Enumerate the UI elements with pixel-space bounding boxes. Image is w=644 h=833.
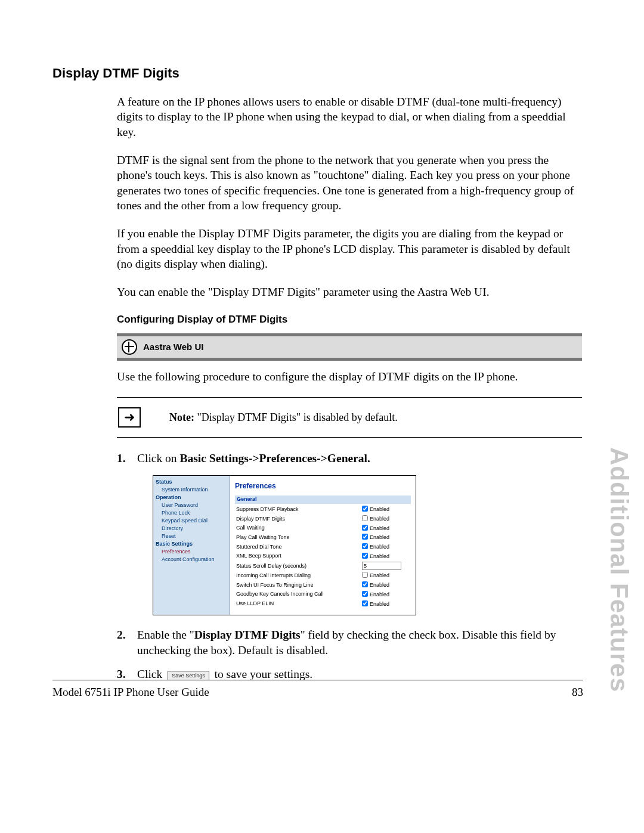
- pref-label: Use LLDP ELIN: [235, 599, 361, 609]
- webui-sidebar: Status System Information Operation User…: [153, 476, 230, 615]
- webui-main: Preferences General Suppress DTMF Playba…: [230, 476, 416, 615]
- pref-row: Display DTMF DigitsEnabled: [235, 515, 411, 524]
- pref-label: Stuttered Dial Tone: [235, 543, 361, 552]
- pref-checkbox[interactable]: [362, 591, 368, 597]
- arrow-right-icon: ➜: [118, 407, 141, 428]
- footer-rule: [52, 680, 583, 680]
- enabled-label: Enabled: [370, 506, 389, 512]
- sidebar-heading-basic-settings: Basic Settings: [156, 540, 227, 548]
- enabled-label: Enabled: [370, 534, 389, 540]
- pref-text-input[interactable]: [362, 562, 401, 570]
- pref-checkbox[interactable]: [362, 600, 368, 606]
- steps-list-cont: 2. Enable the "Display DTMF Digits" fiel…: [117, 627, 582, 683]
- pref-label: Display DTMF Digits: [235, 515, 361, 524]
- webui-section-general: General: [235, 496, 411, 504]
- sidebar-item-system-information[interactable]: System Information: [156, 486, 227, 494]
- pref-label: Switch UI Focus To Ringing Line: [235, 581, 361, 590]
- pref-label: Incoming Call Interrupts Dialing: [235, 571, 361, 581]
- pref-row: Goodbye Key Cancels Incoming CallEnabled: [235, 590, 411, 599]
- paragraph: You can enable the "Display DTMF Digits"…: [117, 284, 582, 299]
- sidebar-item-directory[interactable]: Directory: [156, 525, 227, 532]
- pref-row: XML Beep SupportEnabled: [235, 552, 411, 561]
- pref-row: Use LLDP ELINEnabled: [235, 599, 411, 609]
- pref-row: Switch UI Focus To Ringing LineEnabled: [235, 581, 411, 590]
- note-text: Note: "Display DTMF Digits" is disabled …: [169, 411, 398, 425]
- footer-page-number: 83: [572, 686, 583, 699]
- sidebar-item-keypad-speed-dial[interactable]: Keypad Speed Dial: [156, 517, 227, 525]
- pref-label: Suppress DTMF Playback: [235, 505, 361, 515]
- sidebar-item-phone-lock[interactable]: Phone Lock: [156, 509, 227, 517]
- pref-label: Goodbye Key Cancels Incoming Call: [235, 590, 361, 599]
- sidebar-heading-operation: Operation: [156, 494, 227, 501]
- enabled-label: Enabled: [370, 582, 389, 588]
- pref-label: Play Call Waiting Tone: [235, 533, 361, 543]
- pref-checkbox[interactable]: [362, 534, 368, 540]
- step-1: 1. Click on Basic Settings->Preferences-…: [117, 451, 582, 466]
- steps-list: 1. Click on Basic Settings->Preferences-…: [117, 451, 582, 466]
- pref-label: XML Beep Support: [235, 552, 361, 561]
- instruction-text: Use the following procedure to configure…: [117, 369, 582, 384]
- pref-row: Play Call Waiting ToneEnabled: [235, 533, 411, 543]
- enabled-label: Enabled: [370, 572, 389, 578]
- paragraph: If you enable the Display DTMF Digits pa…: [117, 226, 582, 271]
- sidebar-heading-status: Status: [156, 478, 227, 486]
- paragraph: DTMF is the signal sent from the phone t…: [117, 153, 582, 213]
- globe-icon: [122, 339, 137, 355]
- step-2: 2. Enable the "Display DTMF Digits" fiel…: [117, 627, 582, 659]
- aastra-web-ui-screenshot: Status System Information Operation User…: [153, 475, 416, 615]
- preferences-table: Suppress DTMF PlaybackEnabledDisplay DTM…: [235, 505, 411, 609]
- pref-label: Status Scroll Delay (seconds): [235, 561, 361, 571]
- enabled-label: Enabled: [370, 525, 389, 531]
- pref-checkbox[interactable]: [362, 515, 368, 521]
- pref-checkbox[interactable]: [362, 543, 368, 549]
- pref-checkbox[interactable]: [362, 506, 368, 512]
- enabled-label: Enabled: [370, 516, 389, 522]
- pref-label: Call Waiting: [235, 524, 361, 533]
- pref-row: Status Scroll Delay (seconds): [235, 561, 411, 571]
- pref-row: Stuttered Dial ToneEnabled: [235, 543, 411, 552]
- subheading: Configuring Display of DTMF Digits: [117, 313, 582, 326]
- side-tab-additional-features: Additional Features: [605, 447, 633, 692]
- webui-title: Preferences: [235, 482, 411, 491]
- enabled-label: Enabled: [370, 544, 389, 550]
- sidebar-item-account-configuration[interactable]: Account Configuration: [156, 556, 227, 563]
- sidebar-item-preferences[interactable]: Preferences: [156, 548, 227, 556]
- section-title: Display DTMF Digits: [52, 66, 583, 81]
- sidebar-item-user-password[interactable]: User Password: [156, 501, 227, 509]
- enabled-label: Enabled: [370, 601, 389, 607]
- pref-checkbox[interactable]: [362, 553, 368, 559]
- aastra-web-ui-banner: Aastra Web UI: [117, 333, 582, 361]
- pref-row: Incoming Call Interrupts DialingEnabled: [235, 571, 411, 581]
- sidebar-item-reset[interactable]: Reset: [156, 532, 227, 540]
- pref-checkbox[interactable]: [362, 525, 368, 531]
- footer-left: Model 6751i IP Phone User Guide: [52, 686, 209, 699]
- aastra-web-ui-label: Aastra Web UI: [143, 341, 203, 353]
- paragraph: A feature on the IP phones allows users …: [117, 94, 582, 140]
- pref-checkbox[interactable]: [362, 572, 368, 578]
- pref-row: Suppress DTMF PlaybackEnabled: [235, 505, 411, 515]
- enabled-label: Enabled: [370, 592, 389, 597]
- pref-row: Call WaitingEnabled: [235, 524, 411, 533]
- pref-checkbox[interactable]: [362, 581, 368, 587]
- note-block: ➜ Note: "Display DTMF Digits" is disable…: [117, 397, 582, 438]
- enabled-label: Enabled: [370, 553, 389, 559]
